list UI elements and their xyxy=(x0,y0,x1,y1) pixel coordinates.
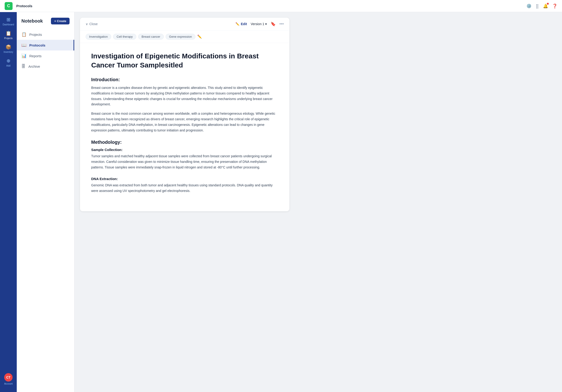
document-title: Investigation of Epigenetic Modification… xyxy=(91,51,278,70)
dna-extraction-paragraph-1: Genomic DNA was extracted from both tumo… xyxy=(91,183,278,194)
tag-cell-therapy[interactable]: Cell therapy xyxy=(113,34,136,40)
edit-label: Edit xyxy=(241,22,247,26)
nav-label-add: Add xyxy=(6,64,11,67)
document-header: ∨ Close ✏️ Edit Version 1 ▾ 🔖 ••• xyxy=(80,18,289,30)
sidebar-header: Notebook + Create xyxy=(17,18,74,29)
section-introduction: Introduction: Breast cancer is a complex… xyxy=(91,77,278,133)
nav-item-dashboard[interactable]: ⊞ Dashboard xyxy=(0,14,17,28)
nav-item-add[interactable]: ⊕ Add xyxy=(0,56,17,69)
add-icon: ⊕ xyxy=(7,58,11,63)
sidebar-projects-label: Projects xyxy=(29,33,42,36)
sidebar-item-reports[interactable]: 📊 Reports xyxy=(17,50,74,61)
nav-item-inventory[interactable]: 📦 Inventory xyxy=(0,42,17,56)
sample-collection-heading: Sample Collection: xyxy=(91,148,278,152)
app-logo[interactable]: C xyxy=(5,2,12,10)
more-options-icon[interactable]: ••• xyxy=(279,22,284,26)
sidebar-protocols-label: Protocols xyxy=(29,43,45,47)
close-button[interactable]: ∨ Close xyxy=(86,22,98,26)
sidebar-protocols-icon: 📖 xyxy=(21,43,26,48)
section-methodology: Methodology: Sample Collection: Tumor sa… xyxy=(91,140,278,194)
dna-extraction-heading: DNA Extraction: xyxy=(91,177,278,181)
version-label: Version 1 xyxy=(251,22,264,26)
edit-button[interactable]: ✏️ Edit xyxy=(235,22,247,26)
app-title: Protocols xyxy=(16,4,32,8)
subsection-dna-extraction: DNA Extraction: Genomic DNA was extracte… xyxy=(91,177,278,194)
methodology-heading: Methodology: xyxy=(91,140,278,145)
tag-invenstigation[interactable]: Invenstigation xyxy=(86,34,111,40)
projects-icon: 📋 xyxy=(6,30,12,36)
tag-breast-cancer[interactable]: Breast cancer xyxy=(138,34,164,40)
sidebar-item-protocols[interactable]: 📖 Protocols xyxy=(17,40,74,50)
help-icon[interactable]: ❓ xyxy=(552,3,557,9)
tag-gene-expression[interactable]: Gene expression xyxy=(166,34,195,40)
nav-label-dashboard: Dashboard xyxy=(3,23,14,26)
icon-nav: ⊞ Dashboard 📋 Projects 📦 Inventory ⊕ Add… xyxy=(0,12,17,392)
main-content: ∨ Close ✏️ Edit Version 1 ▾ 🔖 ••• Invens… xyxy=(74,12,562,392)
chevron-down-icon: ∨ xyxy=(86,22,88,26)
version-selector[interactable]: Version 1 ▾ xyxy=(251,22,267,26)
sidebar-item-archive[interactable]: 🗄 Archive xyxy=(17,61,74,72)
close-label: Close xyxy=(89,22,98,26)
notification-icon[interactable]: 🔔 xyxy=(543,3,548,9)
sidebar-reports-icon: 📊 xyxy=(21,53,26,58)
introduction-paragraph-2: Breast cancer is the most common cancer … xyxy=(91,111,278,133)
sidebar-archive-label: Archive xyxy=(28,64,40,68)
document-header-actions: ✏️ Edit Version 1 ▾ 🔖 ••• xyxy=(235,21,284,26)
introduction-paragraph-1: Breast cancer is a complex disease drive… xyxy=(91,85,278,107)
dashboard-icon: ⊞ xyxy=(7,17,11,22)
sidebar-item-projects[interactable]: 📋 Projects xyxy=(17,29,74,40)
sidebar-title: Notebook xyxy=(21,18,43,24)
grid-icon[interactable]: ⣿ xyxy=(536,3,539,9)
nav-label-projects: Projects xyxy=(4,37,12,40)
bookmark-icon[interactable]: 🔖 xyxy=(270,21,276,26)
tags-bar: Invenstigation Cell therapy Breast cance… xyxy=(80,30,289,43)
sidebar-archive-icon: 🗄 xyxy=(21,64,26,69)
nav-bottom: CT Account xyxy=(4,371,12,387)
app-bar: C Protocols ⚙️ ⣿ 🔔 ❓ xyxy=(0,0,562,12)
nav-label-account: Account xyxy=(4,382,12,385)
create-button[interactable]: + Create xyxy=(51,18,70,24)
edit-icon: ✏️ xyxy=(235,22,239,26)
document-card: ∨ Close ✏️ Edit Version 1 ▾ 🔖 ••• Invens… xyxy=(80,18,289,211)
sidebar-reports-label: Reports xyxy=(29,54,42,58)
sample-collection-paragraph-1: Tumor samples and matched healthy adjace… xyxy=(91,154,278,170)
version-chevron-icon: ▾ xyxy=(265,22,267,26)
nav-item-projects[interactable]: 📋 Projects xyxy=(0,28,17,42)
notification-dot xyxy=(547,3,549,5)
tags-edit-icon[interactable]: ✏️ xyxy=(197,35,202,39)
document-body: Investigation of Epigenetic Modification… xyxy=(80,43,289,211)
subsection-sample-collection: Sample Collection: Tumor samples and mat… xyxy=(91,148,278,170)
settings-icon[interactable]: ⚙️ xyxy=(527,3,532,9)
sidebar-projects-icon: 📋 xyxy=(21,32,26,37)
nav-item-account[interactable]: CT Account xyxy=(4,371,12,387)
introduction-heading: Introduction: xyxy=(91,77,278,82)
nav-label-inventory: Inventory xyxy=(3,51,13,53)
inventory-icon: 📦 xyxy=(6,44,12,50)
account-avatar: CT xyxy=(4,373,12,381)
sidebar: Notebook + Create 📋 Projects 📖 Protocols… xyxy=(17,12,74,392)
app-bar-actions: ⚙️ ⣿ 🔔 ❓ xyxy=(527,3,557,9)
